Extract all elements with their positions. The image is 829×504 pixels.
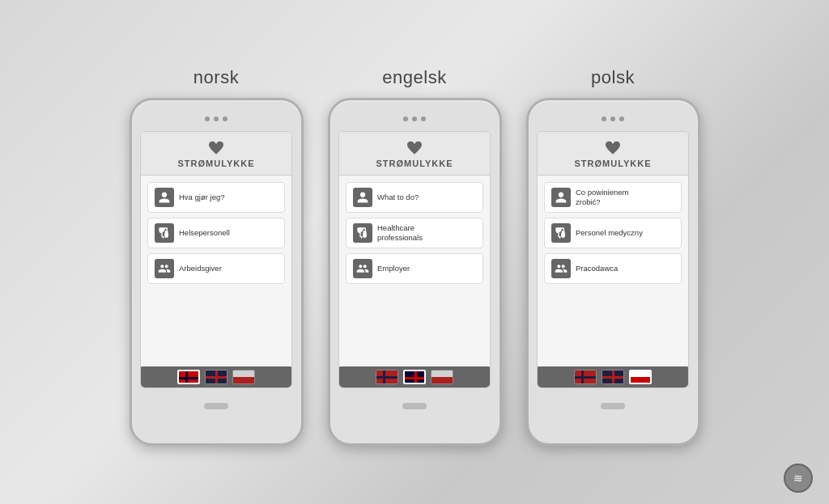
flags-bar — [338, 366, 491, 388]
menu-items: Co powinienem zrobić?Personel medycznyPr… — [538, 176, 688, 366]
group-icon — [551, 259, 571, 278]
menu-item-text: Healthcare professionals — [377, 223, 423, 242]
flags-bar — [537, 366, 689, 388]
flag-polish[interactable] — [629, 370, 652, 384]
person-icon — [155, 188, 174, 207]
menu-item-2[interactable]: Arbeidsgiver — [147, 253, 285, 284]
app-logo: STRØMULYKKE — [376, 140, 453, 168]
phone-bottom-cap — [330, 388, 500, 421]
menu-item-0[interactable]: What to do? — [346, 182, 483, 213]
phone-screen-engelsk: STRØMULYKKEWhat to do?Healthcare profess… — [338, 131, 491, 388]
person-icon — [551, 188, 571, 207]
app-header: STRØMULYKKE — [339, 132, 490, 176]
menu-item-2[interactable]: Pracodawca — [544, 253, 682, 284]
phone-bottom-cap — [529, 388, 698, 421]
menu-item-2[interactable]: Employer — [346, 253, 483, 284]
camera-dot — [214, 116, 219, 121]
bottom-right-icon[interactable]: ≋ — [784, 464, 813, 493]
phones-container: norskSTRØMULYKKEHva gjør jeg?Helseperson… — [130, 59, 700, 446]
phone-screen-polsk: STRØMULYKKECo powinienem zrobić?Personel… — [537, 131, 689, 388]
phone-top-bar — [132, 100, 301, 131]
menu-item-text: Pracodawca — [576, 264, 618, 273]
home-button[interactable] — [601, 403, 625, 409]
app-header: STRØMULYKKE — [538, 132, 688, 176]
menu-item-text: Personel medyczny — [576, 228, 643, 237]
group-icon — [155, 259, 174, 278]
app-title: STRØMULYKKE — [376, 159, 453, 168]
phone-label-engelsk: engelsk — [382, 67, 446, 88]
phone-top-bar — [330, 100, 500, 131]
phone-wrapper-engelsk: engelskSTRØMULYKKEWhat to do?Healthcare … — [328, 67, 502, 446]
phone-polsk: STRØMULYKKECo powinienem zrobić?Personel… — [526, 98, 700, 446]
group-icon — [353, 259, 372, 278]
camera-dot — [610, 116, 615, 121]
flag-uk[interactable] — [403, 370, 426, 384]
menu-item-1[interactable]: Helsepersonell — [147, 218, 285, 248]
app-header: STRØMULYKKE — [141, 132, 291, 176]
app-title: STRØMULYKKE — [575, 159, 652, 168]
camera-dot — [205, 116, 210, 121]
phone-wrapper-polsk: polskSTRØMULYKKECo powinienem zrobić?Per… — [526, 67, 700, 446]
app-title: STRØMULYKKE — [178, 159, 255, 168]
camera-dot — [602, 116, 606, 121]
phone-top-bar — [529, 100, 698, 131]
menu-item-1[interactable]: Personel medyczny — [544, 218, 682, 248]
flag-norwegian[interactable] — [177, 370, 200, 384]
heart-icon — [605, 140, 621, 157]
flags-bar — [140, 366, 292, 388]
camera-dot — [223, 116, 227, 121]
flag-polish[interactable] — [232, 370, 255, 384]
heart-icon — [208, 140, 224, 157]
heart-icon — [406, 140, 423, 157]
app-logo: STRØMULYKKE — [575, 140, 652, 168]
phone-norsk: STRØMULYKKEHva gjør jeg?HelsepersonellAr… — [130, 98, 304, 446]
camera-dot — [421, 116, 426, 121]
flag-uk[interactable] — [602, 370, 624, 384]
menu-items: What to do?Healthcare professionalsEmplo… — [339, 176, 490, 366]
stethoscope-icon — [353, 223, 372, 243]
camera-dot — [619, 116, 624, 121]
menu-item-text: Helsepersonell — [179, 228, 230, 237]
menu-item-text: Hva gjør jeg? — [179, 193, 225, 201]
home-button[interactable] — [204, 403, 228, 409]
flag-polish[interactable] — [431, 370, 453, 384]
phone-screen-norsk: STRØMULYKKEHva gjør jeg?HelsepersonellAr… — [140, 131, 292, 388]
phone-bottom-cap — [132, 388, 301, 421]
person-icon — [353, 188, 372, 207]
menu-item-text: Co powinienem zrobić? — [576, 188, 628, 206]
flag-norwegian[interactable] — [376, 370, 398, 384]
home-button[interactable] — [402, 403, 427, 409]
flag-uk[interactable] — [205, 370, 227, 384]
phone-label-norsk: norsk — [193, 67, 239, 88]
menu-item-text: Arbeidsgiver — [179, 264, 222, 273]
menu-item-0[interactable]: Hva gjør jeg? — [147, 182, 285, 213]
menu-item-1[interactable]: Healthcare professionals — [346, 218, 483, 248]
menu-items: Hva gjør jeg?HelsepersonellArbeidsgiver — [141, 176, 291, 366]
menu-item-text: What to do? — [377, 193, 419, 201]
menu-item-text: Employer — [377, 264, 410, 273]
phone-label-polsk: polsk — [591, 67, 635, 88]
app-logo: STRØMULYKKE — [178, 140, 255, 168]
phone-wrapper-norsk: norskSTRØMULYKKEHva gjør jeg?Helseperson… — [130, 67, 304, 446]
camera-dot — [412, 116, 417, 121]
camera-dot — [403, 116, 408, 121]
phone-engelsk: STRØMULYKKEWhat to do?Healthcare profess… — [328, 98, 502, 446]
stethoscope-icon — [551, 223, 571, 243]
stethoscope-icon — [155, 223, 174, 243]
flag-norwegian[interactable] — [574, 370, 597, 384]
menu-item-0[interactable]: Co powinienem zrobić? — [544, 182, 682, 213]
